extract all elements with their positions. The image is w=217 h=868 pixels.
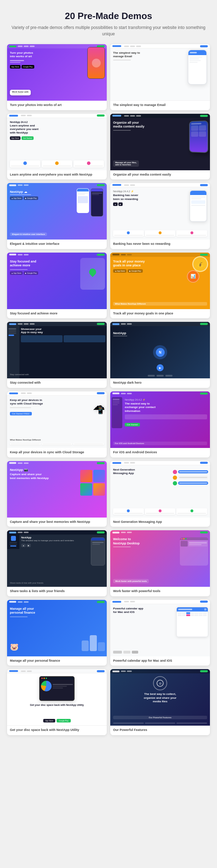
demo-label-8: Track all your money goals in one place <box>110 309 210 319</box>
demo-card-4[interactable]: Organize all yourmedia content easily <box>110 114 210 180</box>
demo-preview-12: NextApp 24.4.2 ⚡ The easiest way toexcha… <box>110 391 210 448</box>
demo-label-17: Manage all your personal finance <box>7 656 107 666</box>
demo-label-4: Organize all your media content easily <box>110 170 210 180</box>
demo-label-7: Stay focused and achieve more <box>7 309 107 319</box>
demo-preview-11: Keep all your devices insync with Cloud … <box>7 391 107 448</box>
demo-card-10[interactable]: N NextApp ▶ <box>110 322 210 388</box>
demo-label-2: The simplest way to manage Email <box>110 101 210 110</box>
demo-card-14[interactable]: Next GenerationMessaging App <box>110 461 210 527</box>
demo-card-20[interactable]: ◎ The best way to collect,organize and s… <box>110 669 210 735</box>
page-title: 20 Pre-Made Demos <box>7 11 210 22</box>
demo-preview-4: Organize all yourmedia content easily <box>110 114 210 170</box>
demo-card-18[interactable]: Powerful calendar appfor Mac and iOS <box>110 600 210 666</box>
demo-card-1[interactable]: Turn your photosinto works of art App St… <box>7 44 107 110</box>
demo-label-10: NextApp dark hero <box>110 378 210 388</box>
demo-preview-19: Get your disc space back with NextApp Ut… <box>7 669 107 726</box>
demo-preview-14: Next GenerationMessaging App <box>110 461 210 518</box>
demo-card-9[interactable]: Showcase yourApp in easy way Stay connec… <box>7 322 107 388</box>
demo-preview-15: NextApp The simplest way to manage your … <box>7 530 107 587</box>
demo-preview-1: Turn your photosinto works of art App St… <box>7 44 107 101</box>
demo-card-5[interactable]: NextApp ☁ ▲ App Store ▶ Google Play <box>7 183 107 249</box>
demo-preview-18: Powerful calendar appfor Mac and iOS <box>110 600 210 656</box>
page-wrapper: 20 Pre-Made Demos Variety of pre-made de… <box>0 0 217 749</box>
demo-preview-2: The simplest way tomanage Email <box>110 44 210 101</box>
demo-card-11[interactable]: Keep all your devices insync with Cloud … <box>7 391 107 457</box>
demo-label-16: Work faster with powerful tools <box>110 587 210 596</box>
demo-label-9: Stay connected with <box>7 378 107 388</box>
demo-label-19: Get your disc space back with NextApp Ut… <box>7 726 107 735</box>
demo-preview-10: N NextApp ▶ <box>110 322 210 378</box>
demo-preview-17: Manage all yourpersonal finance 🐷 <box>7 600 107 656</box>
demo-card-12[interactable]: NextApp 24.4.2 ⚡ The easiest way toexcha… <box>110 391 210 457</box>
demo-card-2[interactable]: The simplest way tomanage Email <box>110 44 210 110</box>
demo-card-16[interactable]: Welcome toNextApp Desktop <box>110 530 210 596</box>
demo-preview-16: Welcome toNextApp Desktop <box>110 530 210 587</box>
demo-card-6[interactable]: NextApp 24.4.2 ⚡ Banking has neverbeen s… <box>110 183 210 249</box>
page-header: 20 Pre-Made Demos Variety of pre-made de… <box>7 11 210 37</box>
demos-grid: Turn your photosinto works of art App St… <box>7 44 210 735</box>
demo-card-19[interactable]: Get your disc space back with NextApp Ut… <box>7 669 107 735</box>
demo-preview-13: NextApp 📷 Capture and share yourbest mem… <box>7 461 107 518</box>
demo-card-13[interactable]: NextApp 📷 Capture and share yourbest mem… <box>7 461 107 527</box>
demo-label-20: Our Powerful Features <box>110 726 210 735</box>
demo-card-8[interactable]: Track all your moneygoals in one place ▲… <box>110 253 210 319</box>
demo-preview-20: ◎ The best way to collect,organize and s… <box>110 669 210 726</box>
demo-card-3[interactable]: NextApp 24.4.2 Learn anytime andeverywhe… <box>7 114 107 180</box>
demo-preview-5: NextApp ☁ ▲ App Store ▶ Google Play <box>7 183 107 240</box>
demo-label-14: Next Generation Messaging App <box>110 518 210 527</box>
demo-label-11: Keep all your devices in sync with Cloud… <box>7 448 107 457</box>
demo-card-15[interactable]: NextApp The simplest way to manage your … <box>7 530 107 596</box>
demo-label-6: Banking has never been so rewarding <box>110 240 210 249</box>
demo-label-5: Elegant & intuitive user interface <box>7 240 107 249</box>
demo-card-17[interactable]: Manage all yourpersonal finance 🐷 Manage… <box>7 600 107 666</box>
demo-preview-9: Showcase yourApp in easy way Stay connec… <box>7 322 107 378</box>
demo-card-7[interactable]: Stay focused andachieve more ▲ App Store… <box>7 253 107 319</box>
demo-label-1: Turn your photos into works of art <box>7 101 107 110</box>
demo-preview-8: Track all your moneygoals in one place ▲… <box>110 253 210 309</box>
demo-label-18: Powerful calendar app for Mac and iOS <box>110 656 210 666</box>
demo-preview-3: NextApp 24.4.2 Learn anytime andeverywhe… <box>7 114 107 170</box>
demo-preview-6: NextApp 24.4.2 ⚡ Banking has neverbeen s… <box>110 183 210 240</box>
demo-preview-7: Stay focused andachieve more ▲ App Store… <box>7 253 107 309</box>
demo-label-15: Share tasks & lists with your friends <box>7 587 107 596</box>
demo-label-13: Capture and share your best memories wit… <box>7 518 107 527</box>
page-subtitle: Variety of pre-made demos offers multipl… <box>7 24 210 37</box>
demo-label-3: Learn anytime and everywhere you want wi… <box>7 170 107 180</box>
demo-label-12: For iOS and Android Devices <box>110 448 210 457</box>
